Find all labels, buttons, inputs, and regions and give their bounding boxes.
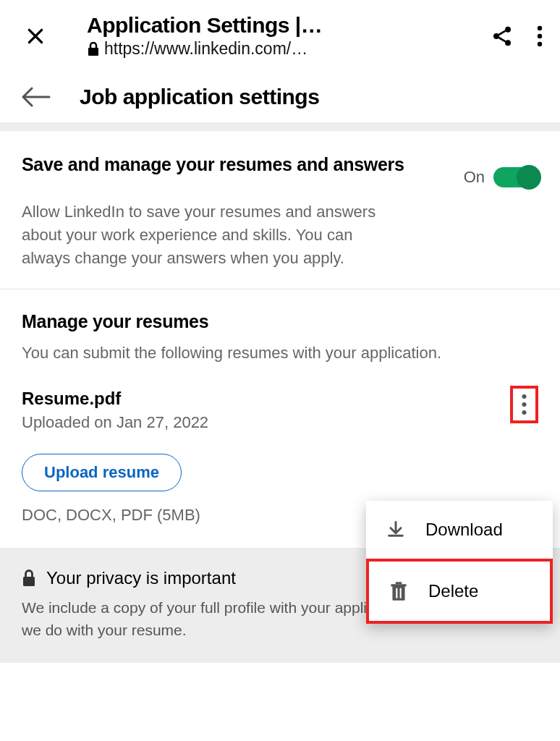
- svg-point-4: [538, 25, 542, 30]
- svg-point-6: [538, 41, 542, 46]
- save-resumes-title: Save and manage your resumes and answers: [22, 153, 449, 177]
- browser-url-row: https://www.linkedin.com/…: [87, 39, 476, 59]
- resume-actions-popup: Download Delete: [366, 501, 553, 624]
- privacy-desc-pre: We include a copy of your full profile w…: [22, 599, 416, 616]
- more-vertical-icon: [522, 393, 527, 416]
- section-divider: [0, 122, 560, 131]
- download-menu-item[interactable]: Download: [366, 501, 553, 559]
- svg-rect-12: [396, 582, 402, 584]
- save-resumes-toggle[interactable]: [493, 167, 538, 187]
- delete-menu-item[interactable]: Delete: [366, 559, 553, 624]
- resume-info: Resume.pdf Uploaded on Jan 27, 2022: [22, 389, 208, 432]
- browser-bar: Application Settings |… https://www.link…: [0, 0, 560, 72]
- lock-icon: [22, 569, 36, 587]
- svg-rect-0: [88, 48, 98, 56]
- svg-point-7: [522, 394, 527, 399]
- resume-more-button[interactable]: [510, 386, 538, 423]
- manage-resumes-title: Manage your resumes: [22, 311, 538, 332]
- svg-rect-11: [392, 586, 404, 601]
- browser-actions: [491, 25, 543, 48]
- svg-rect-13: [391, 584, 406, 586]
- share-icon[interactable]: [491, 25, 514, 48]
- save-resumes-description: Allow LinkedIn to save your resumes and …: [22, 200, 383, 270]
- toggle-knob: [517, 165, 541, 190]
- svg-point-3: [505, 40, 511, 46]
- svg-point-8: [522, 402, 527, 407]
- page-header: Job application settings: [0, 72, 560, 122]
- svg-point-1: [505, 26, 511, 32]
- download-label: Download: [425, 520, 503, 540]
- svg-point-9: [522, 410, 527, 415]
- browser-tab-title: Application Settings |…: [87, 13, 476, 38]
- download-icon: [385, 520, 407, 540]
- privacy-title: Your privacy is important: [46, 568, 236, 588]
- page-title: Job application settings: [80, 85, 319, 109]
- lock-icon: [87, 42, 100, 56]
- manage-resumes-description: You can submit the following resumes wit…: [22, 342, 538, 365]
- svg-rect-14: [396, 588, 397, 598]
- delete-label: Delete: [428, 581, 478, 601]
- svg-point-2: [493, 33, 499, 39]
- svg-rect-15: [400, 588, 402, 598]
- browser-title-area: Application Settings |… https://www.link…: [65, 13, 476, 59]
- upload-resume-button[interactable]: Upload resume: [22, 454, 182, 491]
- back-arrow-icon[interactable]: [22, 87, 51, 107]
- resume-filename: Resume.pdf: [22, 389, 208, 409]
- close-icon[interactable]: [20, 27, 51, 46]
- save-resumes-section: Save and manage your resumes and answers…: [0, 131, 560, 289]
- save-resumes-toggle-wrap: On: [464, 167, 538, 187]
- browser-url-text: https://www.linkedin.com/…: [104, 39, 307, 59]
- trash-icon: [388, 580, 410, 602]
- toggle-on-label: On: [464, 168, 485, 187]
- svg-rect-10: [23, 577, 35, 586]
- svg-point-5: [538, 33, 542, 38]
- resume-item: Resume.pdf Uploaded on Jan 27, 2022: [22, 389, 538, 432]
- more-vertical-icon[interactable]: [537, 25, 543, 47]
- resume-upload-date: Uploaded on Jan 27, 2022: [22, 413, 208, 432]
